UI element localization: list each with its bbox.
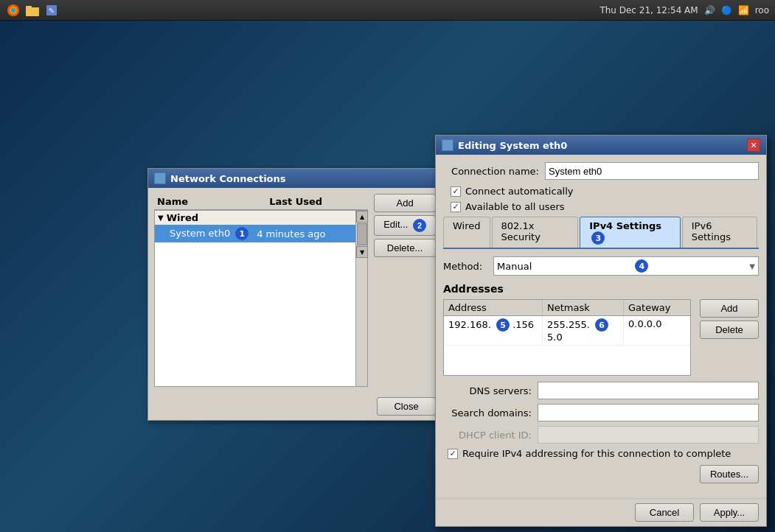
dhcp-input[interactable] <box>538 426 759 444</box>
connection-name-input[interactable] <box>545 162 759 180</box>
connections-table-area: Name Last Used ▼ Wired System eth0 1 <box>154 194 368 387</box>
dns-input[interactable] <box>538 382 759 399</box>
close-network-button[interactable]: Close <box>377 397 436 416</box>
addr-row-0[interactable]: 192.168. 5 .156 255.255. 6 5.0 0.0.0.0 <box>444 316 690 346</box>
require-checkbox[interactable] <box>448 449 458 459</box>
scroll-up-btn[interactable]: ▲ <box>356 211 368 223</box>
connect-auto-row: Connect automatically <box>443 186 759 197</box>
close-editing-button[interactable]: ✕ <box>747 139 760 152</box>
search-input[interactable] <box>538 404 759 421</box>
firefox-icon[interactable] <box>6 3 21 18</box>
badge-1: 1 <box>235 227 249 240</box>
taskbar-left: ✎ <box>6 3 59 18</box>
available-users-label: Available to all users <box>465 201 565 212</box>
tabs-bar: Wired 802.1x Security IPv4 Settings 3 IP… <box>443 217 759 249</box>
method-select[interactable]: Manual 4 ▼ <box>493 256 759 276</box>
svg-rect-4 <box>26 6 32 10</box>
tab-ipv4[interactable]: IPv4 Settings 3 <box>580 217 680 249</box>
network-window-footer: Close <box>148 393 442 420</box>
scroll-down-btn[interactable]: ▼ <box>356 246 368 258</box>
require-row: Require IPv4 addressing for this connect… <box>443 448 759 459</box>
connection-name: System eth0 1 <box>170 227 257 240</box>
addresses-table-area: Address Netmask Gateway 192.168. 5 .156 <box>443 299 691 382</box>
add-addr-button[interactable]: Add <box>700 299 759 318</box>
clock: Thu Dec 21, 12:54 AM <box>600 5 698 15</box>
addr-cell-address: 192.168. 5 .156 <box>444 316 543 345</box>
network-window-icon <box>154 172 166 184</box>
user-label: roo <box>755 5 769 15</box>
editing-body: Connection name: Connect automatically A… <box>436 155 766 495</box>
connect-auto-checkbox[interactable] <box>451 186 461 197</box>
col-name-header: Name <box>157 196 269 207</box>
network-window-body: Name Last Used ▼ Wired System eth0 1 <box>148 188 442 393</box>
taskbar-right: Thu Dec 21, 12:54 AM 🔊 🔵 📶 roo <box>600 5 769 15</box>
connections-header: Name Last Used <box>154 194 368 210</box>
badge-6: 6 <box>595 318 608 332</box>
folder-icon[interactable] <box>25 3 40 18</box>
addr-table-body: 192.168. 5 .156 255.255. 6 5.0 0.0.0.0 <box>444 316 690 375</box>
delete-addr-button[interactable]: Delete <box>700 321 759 339</box>
connection-buttons: Add Edit... 2 Delete... <box>374 194 436 387</box>
watermark: http://blog.csdn.net/... <box>678 515 768 525</box>
require-label: Require IPv4 addressing for this connect… <box>462 448 731 459</box>
available-users-checkbox[interactable] <box>451 202 461 212</box>
connection-name-row: Connection name: <box>443 162 759 180</box>
routes-button[interactable]: Routes... <box>700 465 759 483</box>
taskbar: ✎ Thu Dec 21, 12:54 AM 🔊 🔵 📶 roo <box>0 0 775 21</box>
addresses-title: Addresses <box>443 283 759 295</box>
editing-titlebar: Editing System eth0 ✕ <box>436 136 766 155</box>
wired-group: ▼ Wired <box>155 211 355 225</box>
dns-row: DNS servers: <box>443 382 759 399</box>
col-last-header: Last Used <box>269 196 365 207</box>
connections-scrollbar[interactable]: ▲ ▼ <box>355 211 367 386</box>
network-icon[interactable]: 📶 <box>738 5 749 15</box>
svg-point-2 <box>11 8 15 13</box>
editing-window-icon <box>442 139 453 151</box>
badge-5: 5 <box>496 318 510 332</box>
addr-buttons: Add Delete <box>700 299 759 382</box>
edit-connection-button[interactable]: Edit... 2 <box>374 215 436 236</box>
badge-3: 3 <box>591 231 605 245</box>
tab-ipv6[interactable]: IPv6 Settings <box>682 217 757 248</box>
tab-wired[interactable]: Wired <box>443 217 490 248</box>
editing-window-title: Editing System eth0 <box>458 140 567 151</box>
collapse-icon[interactable]: ▼ <box>158 214 164 222</box>
connect-auto-label: Connect automatically <box>465 186 574 197</box>
search-row: Search domains: <box>443 404 759 421</box>
addr-cell-gateway: 0.0.0.0 <box>624 316 690 345</box>
dhcp-row: DHCP client ID: <box>443 426 759 444</box>
network-window-titlebar: Network Connections <box>148 169 442 188</box>
bluetooth-icon[interactable]: 🔵 <box>721 5 732 15</box>
addresses-section: Address Netmask Gateway 192.168. 5 .156 <box>443 299 759 382</box>
addr-header-gateway: Gateway <box>624 300 690 315</box>
editing-window: Editing System eth0 ✕ Connection name: C… <box>435 135 767 527</box>
method-row: Method: Manual 4 ▼ <box>443 256 759 276</box>
dns-label: DNS servers: <box>443 385 532 396</box>
network-connections-window: Network Connections Name Last Used ▼ Wir… <box>147 168 442 421</box>
routes-section: Routes... <box>443 465 759 483</box>
volume-icon[interactable]: 🔊 <box>704 5 715 15</box>
add-connection-button[interactable]: Add <box>374 194 436 212</box>
system-eth0-row[interactable]: System eth0 1 4 minutes ago <box>155 225 355 242</box>
wired-group-label: Wired <box>167 212 198 223</box>
search-label: Search domains: <box>443 407 532 419</box>
badge-2: 2 <box>413 219 426 232</box>
addr-header-netmask: Netmask <box>543 300 624 315</box>
addr-header-address: Address <box>444 300 543 315</box>
connections-content: ▼ Wired System eth0 1 4 minutes ago <box>155 211 355 386</box>
scroll-track[interactable] <box>356 223 367 245</box>
available-users-row: Available to all users <box>443 201 759 212</box>
delete-connection-button[interactable]: Delete... <box>374 239 436 257</box>
network-window-title: Network Connections <box>170 173 286 184</box>
addresses-table: Address Netmask Gateway 192.168. 5 .156 <box>443 299 691 376</box>
scroll-thumb[interactable] <box>357 223 367 245</box>
connection-name-label: Connection name: <box>443 166 539 177</box>
badge-4: 4 <box>635 259 648 273</box>
desktop: Network Connections Name Last Used ▼ Wir… <box>0 21 775 532</box>
tab-802-1x[interactable]: 802.1x Security <box>492 217 579 248</box>
svg-text:✎: ✎ <box>49 7 55 15</box>
edit-icon[interactable]: ✎ <box>44 3 59 18</box>
method-dropdown-arrow: ▼ <box>749 262 755 270</box>
connections-list: ▼ Wired System eth0 1 4 minutes ago ▲ <box>154 210 368 387</box>
dhcp-label: DHCP client ID: <box>443 430 532 441</box>
